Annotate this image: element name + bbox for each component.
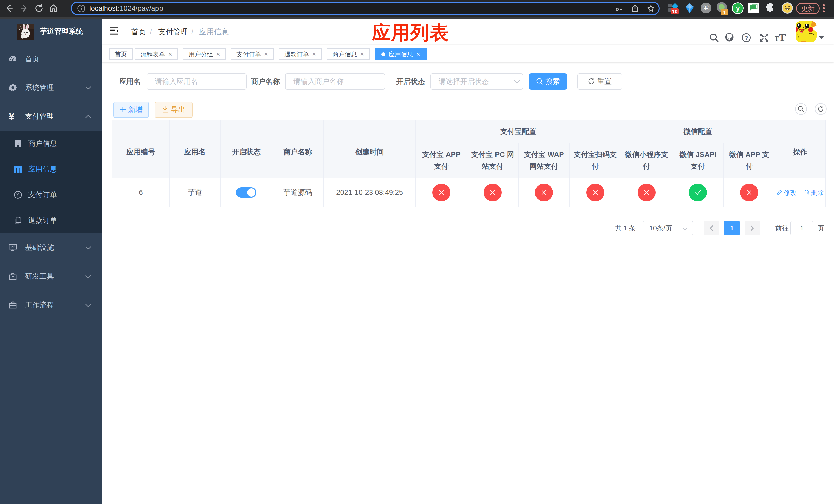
svg-text:10: 10 (672, 9, 677, 14)
svg-text:y: y (736, 5, 740, 12)
svg-text:?: ? (745, 35, 748, 41)
svg-text:1: 1 (723, 9, 726, 15)
svg-text:⌘: ⌘ (703, 5, 709, 12)
